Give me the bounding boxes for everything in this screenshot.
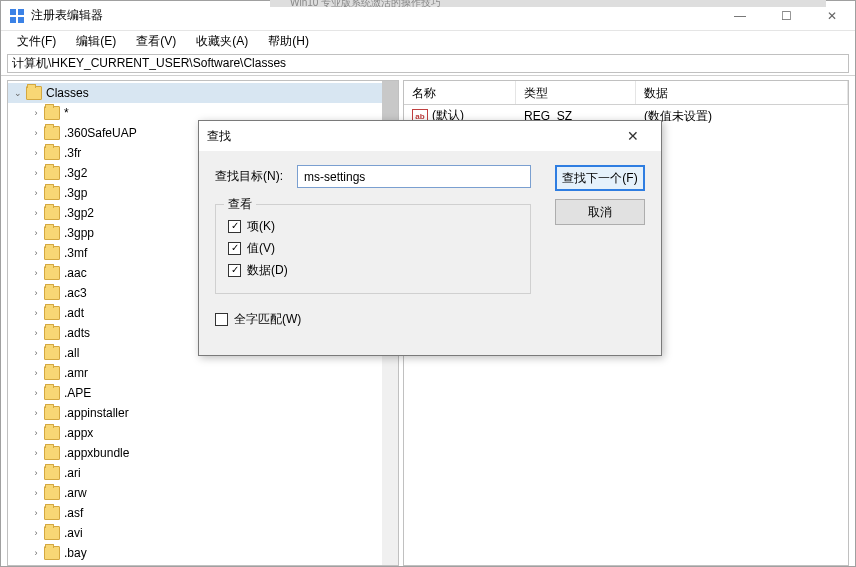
- tree-label: .avi: [64, 526, 83, 540]
- folder-icon: [44, 106, 60, 120]
- column-name[interactable]: 名称: [404, 81, 516, 104]
- tree-node[interactable]: ›.bay: [8, 543, 398, 563]
- folder-icon: [44, 446, 60, 460]
- checkbox-whole-word[interactable]: 全字匹配(W): [215, 308, 645, 330]
- list-header: 名称 类型 数据: [404, 81, 848, 105]
- folder-icon: [44, 386, 60, 400]
- cancel-button[interactable]: 取消: [555, 199, 645, 225]
- find-next-button[interactable]: 查找下一个(F): [555, 165, 645, 191]
- tree-label: .asf: [64, 506, 83, 520]
- folder-icon: [44, 426, 60, 440]
- tree-label: *: [64, 106, 69, 120]
- folder-icon: [44, 226, 60, 240]
- expand-icon[interactable]: ›: [30, 287, 42, 299]
- expand-icon[interactable]: ›: [30, 207, 42, 219]
- expand-icon[interactable]: ›: [30, 527, 42, 539]
- checkbox-whole-word-box[interactable]: [215, 313, 228, 326]
- column-data[interactable]: 数据: [636, 81, 848, 104]
- checkbox-values-box[interactable]: ✓: [228, 242, 241, 255]
- find-target-label: 查找目标(N):: [215, 168, 289, 185]
- expand-icon[interactable]: ›: [30, 387, 42, 399]
- address-bar[interactable]: 计算机\HKEY_CURRENT_USER\Software\Classes: [7, 54, 849, 73]
- svg-rect-3: [18, 17, 24, 23]
- expand-icon[interactable]: ›: [30, 227, 42, 239]
- tree-label: .appx: [64, 426, 93, 440]
- tree-node[interactable]: ›.ari: [8, 463, 398, 483]
- find-dialog: 查找 ✕ 查找目标(N): 查看 ✓ 项(K) ✓ 值(V) ✓ 数据(D) 全…: [198, 120, 662, 356]
- checkbox-keys[interactable]: ✓ 项(K): [228, 215, 518, 237]
- checkbox-data-label: 数据(D): [247, 262, 288, 279]
- expand-icon[interactable]: ›: [30, 407, 42, 419]
- tree-label: .amr: [64, 366, 88, 380]
- tree-node-classes[interactable]: ⌄ Classes: [8, 83, 398, 103]
- expand-icon[interactable]: ›: [30, 547, 42, 559]
- expand-icon[interactable]: ›: [30, 107, 42, 119]
- tree-node[interactable]: ›.avi: [8, 523, 398, 543]
- checkbox-data[interactable]: ✓ 数据(D): [228, 259, 518, 281]
- expand-icon[interactable]: ›: [30, 167, 42, 179]
- tree-node[interactable]: ›.arw: [8, 483, 398, 503]
- expand-icon[interactable]: ›: [30, 367, 42, 379]
- folder-icon: [44, 486, 60, 500]
- tree-node[interactable]: ›.APE: [8, 383, 398, 403]
- find-buttons: 查找下一个(F) 取消: [555, 165, 645, 225]
- folder-icon: [44, 126, 60, 140]
- folder-icon: [44, 306, 60, 320]
- expand-icon[interactable]: ›: [30, 127, 42, 139]
- tree-label: .360SafeUAP: [64, 126, 137, 140]
- look-at-group: 查看 ✓ 项(K) ✓ 值(V) ✓ 数据(D): [215, 204, 531, 294]
- tree-label: .3g2: [64, 166, 87, 180]
- find-close-button[interactable]: ✕: [613, 121, 653, 151]
- expand-icon[interactable]: ›: [30, 347, 42, 359]
- find-input[interactable]: [297, 165, 531, 188]
- checkbox-values[interactable]: ✓ 值(V): [228, 237, 518, 259]
- folder-icon: [44, 146, 60, 160]
- tree-label: .ac3: [64, 286, 87, 300]
- tree-node[interactable]: ›.appxbundle: [8, 443, 398, 463]
- tree-node[interactable]: ›.appinstaller: [8, 403, 398, 423]
- folder-icon: [44, 186, 60, 200]
- folder-icon: [44, 466, 60, 480]
- menu-favorites[interactable]: 收藏夹(A): [188, 31, 256, 52]
- expand-icon[interactable]: ›: [30, 507, 42, 519]
- tree-label: .adts: [64, 326, 90, 340]
- tree-label: .3gpp: [64, 226, 94, 240]
- expand-icon[interactable]: ›: [30, 327, 42, 339]
- window-title: 注册表编辑器: [31, 7, 717, 24]
- expand-icon[interactable]: ›: [30, 427, 42, 439]
- expand-icon[interactable]: ›: [30, 467, 42, 479]
- find-title-bar[interactable]: 查找 ✕: [199, 121, 661, 151]
- folder-icon: [44, 246, 60, 260]
- checkbox-data-box[interactable]: ✓: [228, 264, 241, 277]
- find-target-row: 查找目标(N):: [215, 165, 531, 188]
- column-type[interactable]: 类型: [516, 81, 636, 104]
- folder-icon: [44, 406, 60, 420]
- tree-label: .arw: [64, 486, 87, 500]
- expand-icon[interactable]: ›: [30, 147, 42, 159]
- checkbox-keys-box[interactable]: ✓: [228, 220, 241, 233]
- folder-icon: [44, 506, 60, 520]
- tree-label: Classes: [46, 86, 89, 100]
- expand-icon[interactable]: ›: [30, 247, 42, 259]
- menu-view[interactable]: 查看(V): [128, 31, 184, 52]
- tree-node[interactable]: ›.asf: [8, 503, 398, 523]
- collapse-icon[interactable]: ⌄: [12, 87, 24, 99]
- value-data: (数值未设置): [636, 106, 848, 127]
- folder-icon: [44, 286, 60, 300]
- menu-help[interactable]: 帮助(H): [260, 31, 317, 52]
- checkbox-whole-word-label: 全字匹配(W): [234, 311, 301, 328]
- tree-node[interactable]: ›.appx: [8, 423, 398, 443]
- expand-icon[interactable]: ›: [30, 307, 42, 319]
- expand-icon[interactable]: ›: [30, 267, 42, 279]
- folder-icon: [44, 206, 60, 220]
- tree-node[interactable]: ›.amr: [8, 363, 398, 383]
- expand-icon[interactable]: ›: [30, 487, 42, 499]
- svg-rect-2: [10, 17, 16, 23]
- svg-rect-1: [18, 9, 24, 15]
- menu-file[interactable]: 文件(F): [9, 31, 64, 52]
- expand-icon[interactable]: ›: [30, 187, 42, 199]
- tree-label: .3gp2: [64, 206, 94, 220]
- checkbox-values-label: 值(V): [247, 240, 275, 257]
- menu-edit[interactable]: 编辑(E): [68, 31, 124, 52]
- expand-icon[interactable]: ›: [30, 447, 42, 459]
